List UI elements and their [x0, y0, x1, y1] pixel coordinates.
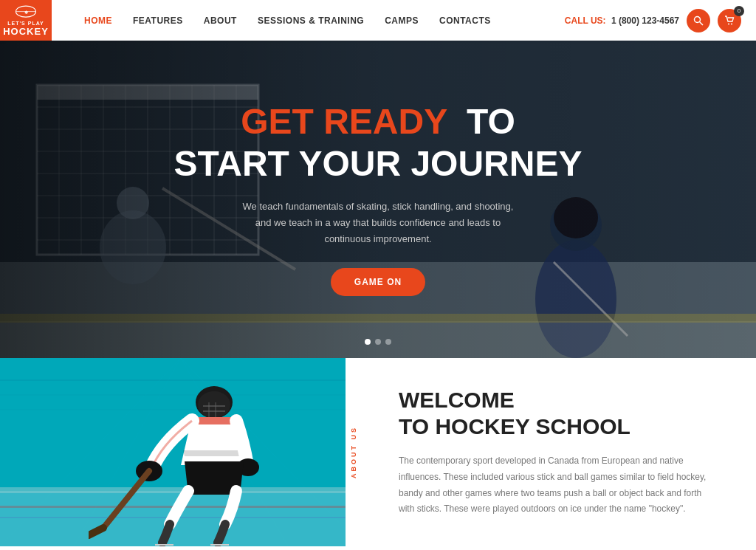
- svg-point-50: [198, 391, 230, 418]
- main-nav: HOME FEATURES ABOUT SESSIONS & TRAINING …: [74, 0, 565, 41]
- about-title-line1: WELCOME: [399, 388, 515, 412]
- svg-text:❄: ❄: [24, 10, 28, 14]
- svg-line-4: [700, 21, 704, 25]
- header-right: CALL US: 1 (800) 123-4567 0: [565, 9, 741, 32]
- about-player-svg: [89, 369, 295, 546]
- search-button[interactable]: [687, 9, 710, 32]
- hero-subtitle: We teach fundamentals of skating, stick …: [238, 199, 518, 247]
- nav-features[interactable]: FEATURES: [123, 0, 193, 41]
- about-left: ABOUT US: [0, 358, 362, 546]
- hero-dot-2[interactable]: [375, 339, 381, 345]
- hero-cta-button[interactable]: GAME ON: [331, 268, 425, 296]
- nav-contacts[interactable]: CONTACTS: [429, 0, 501, 41]
- nav-home[interactable]: HOME: [74, 0, 123, 41]
- hero-title-line2: START YOUR JOURNEY: [157, 145, 599, 184]
- cart-icon: [724, 16, 735, 26]
- svg-point-5: [728, 23, 729, 24]
- about-section: ABOUT US WELCOME TO HOCKEY SCHOOL The co…: [0, 358, 756, 546]
- main-header: ❄ LET'S PLAY HOCKEY HOME FEATURES ABOUT …: [0, 0, 756, 41]
- nav-sessions[interactable]: SESSIONS & TRAINING: [247, 0, 374, 41]
- phone-number: 1 (800) 123-4567: [611, 16, 679, 26]
- cart-badge: 0: [734, 6, 744, 16]
- hero-title-rest: TO: [467, 102, 515, 141]
- logo-hockey: HOCKEY: [3, 26, 49, 37]
- about-vertical-label: ABOUT US: [350, 426, 357, 478]
- hero-dot-3[interactable]: [385, 339, 391, 345]
- about-right: WELCOME TO HOCKEY SCHOOL The contemporar…: [362, 358, 756, 546]
- call-us-label: CALL US:: [565, 16, 606, 26]
- search-icon: [693, 16, 704, 26]
- call-us: CALL US: 1 (800) 123-4567: [565, 16, 679, 26]
- about-body: The contemporary sport developed in Cana…: [399, 453, 719, 517]
- svg-point-3: [695, 16, 701, 22]
- hero-title-line1: GET READY TO: [157, 103, 599, 142]
- vertical-label-container: ABOUT US: [346, 358, 362, 546]
- about-title: WELCOME TO HOCKEY SCHOOL: [399, 387, 719, 440]
- hero-dot-1[interactable]: [365, 339, 371, 345]
- cart-button[interactable]: 0: [718, 9, 741, 32]
- svg-point-6: [731, 23, 732, 24]
- hero-title-highlight: GET READY: [241, 102, 447, 141]
- hero-dots: [365, 339, 391, 345]
- svg-line-57: [89, 528, 103, 535]
- nav-camps[interactable]: CAMPS: [374, 0, 429, 41]
- hero-content: GET READY TO START YOUR JOURNEY We teach…: [157, 103, 599, 296]
- logo-lets: LET'S PLAY: [7, 21, 44, 26]
- hero-section: GET READY TO START YOUR JOURNEY We teach…: [0, 41, 756, 358]
- logo[interactable]: ❄ LET'S PLAY HOCKEY: [0, 0, 52, 41]
- about-title-line2: TO HOCKEY SCHOOL: [399, 414, 630, 439]
- svg-line-56: [103, 471, 149, 528]
- nav-about[interactable]: ABOUT: [193, 0, 247, 41]
